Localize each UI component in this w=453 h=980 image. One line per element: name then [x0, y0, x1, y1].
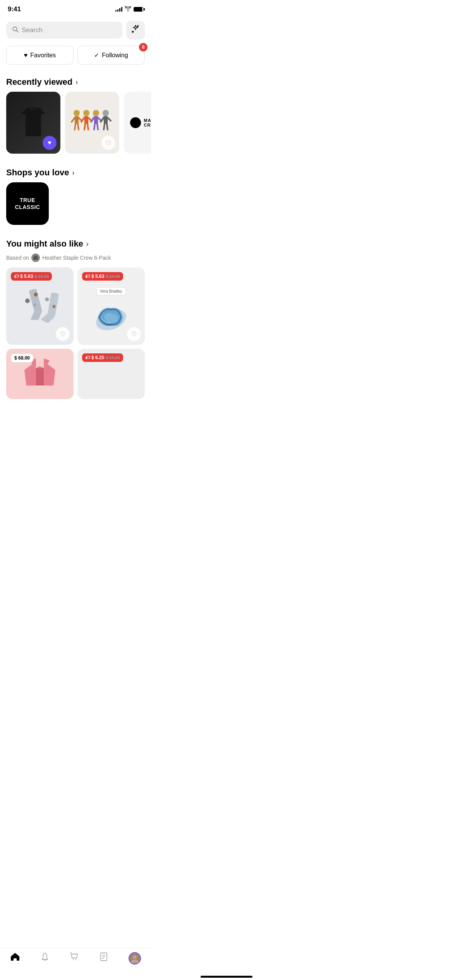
svg-rect-31 — [34, 255, 37, 257]
jacket-price-tag: $ 68.00 — [11, 353, 33, 363]
svg-line-4 — [72, 118, 75, 122]
rv-item-heman[interactable]: ♡ — [65, 92, 119, 154]
socks-image: 🏷 $ 5.63 $ 15.00 — [6, 267, 74, 345]
scrunchie-tag-icon: 🏷 — [85, 274, 90, 279]
svg-point-37 — [45, 297, 50, 302]
favorites-label: Favorites — [30, 52, 56, 59]
recently-viewed-chevron[interactable]: › — [76, 78, 78, 86]
search-bar[interactable]: Search — [6, 22, 122, 39]
svg-line-19 — [98, 118, 101, 121]
scrunchie-image: 🏷 $ 5.63 $ 15.00 Vera Bradley — [77, 267, 145, 345]
based-product-name: Heather Staple Crew 6-Pack — [42, 255, 111, 261]
item4-price: $ 6.25 — [91, 355, 104, 360]
ymal-title: You might also like — [6, 239, 83, 249]
search-placeholder: Search — [22, 26, 43, 34]
following-label: Following — [102, 52, 128, 59]
search-icon — [12, 26, 19, 34]
mattel-image: MATTELCREATIONS — [124, 92, 151, 154]
svg-rect-36 — [47, 292, 59, 317]
wifi-icon — [125, 6, 131, 12]
signal-icon — [115, 7, 122, 12]
status-bar: 9:41 — [0, 0, 151, 17]
product-jacket[interactable]: $ 68.00 — [6, 349, 74, 399]
following-button[interactable]: ✓ Following 8 — [77, 46, 145, 65]
rv-item-shirt[interactable]: ♥ — [6, 92, 60, 154]
svg-line-13 — [84, 124, 85, 130]
search-area: Search — [0, 17, 151, 43]
svg-line-1 — [17, 31, 19, 33]
recently-viewed-scroll[interactable]: ♥ — [0, 92, 151, 161]
status-icons — [115, 6, 143, 12]
svg-line-28 — [107, 124, 108, 130]
scrunchie-orig-price: $ 15.00 — [106, 274, 120, 279]
svg-point-2 — [74, 110, 80, 116]
shops-title: Shops you love — [6, 168, 69, 178]
recently-viewed-title: Recently viewed — [6, 77, 72, 87]
svg-line-7 — [78, 124, 79, 130]
rv-heart-heman[interactable]: ♡ — [101, 136, 115, 150]
svg-rect-30 — [33, 257, 38, 260]
svg-point-16 — [93, 110, 99, 116]
item4-tag-icon: 🏷 — [85, 355, 90, 360]
scrunchie-heart[interactable]: ♡ — [127, 327, 141, 341]
svg-line-14 — [88, 124, 88, 130]
socks-price: $ 5.63 — [20, 274, 33, 279]
product-grid: 🏷 $ 5.63 $ 15.00 — [0, 267, 151, 399]
svg-line-21 — [97, 124, 98, 130]
battery-icon — [134, 7, 143, 12]
rv-item-mattel[interactable]: MATTELCREATIONS — [124, 92, 151, 154]
shops-chevron[interactable]: › — [72, 169, 75, 177]
jacket-price: $ 68.00 — [14, 355, 30, 361]
svg-point-9 — [83, 110, 89, 116]
ymal-header: You might also like › — [0, 233, 151, 254]
product-scrunchie[interactable]: 🏷 $ 5.63 $ 15.00 Vera Bradley — [77, 267, 145, 345]
svg-rect-32 — [29, 288, 42, 313]
following-badge: 8 — [139, 43, 148, 51]
svg-line-26 — [108, 118, 111, 121]
socks-orig-price: $ 15.00 — [34, 274, 49, 279]
product-thumbnail — [31, 254, 40, 262]
shops-header: Shops you love › — [0, 161, 151, 182]
based-on-text: Based on — [6, 255, 29, 261]
check-icon: ✓ — [94, 51, 99, 59]
shop-true-classic[interactable]: TRUE CLASSIC — [6, 182, 49, 225]
shops-scroll: TRUE CLASSIC — [0, 182, 151, 233]
heart-icon: ♥ — [24, 52, 28, 59]
ai-search-button[interactable] — [126, 21, 145, 39]
product-item4[interactable]: 🏷 $ 6.25 $ 15.00 — [77, 349, 145, 399]
socks-price-tag: 🏷 $ 5.63 $ 15.00 — [11, 272, 52, 281]
scrunchie-price: $ 5.63 — [91, 274, 104, 279]
jacket-image: $ 68.00 — [6, 349, 74, 399]
svg-line-12 — [88, 118, 91, 121]
svg-line-27 — [104, 124, 105, 130]
item4-price-tag: 🏷 $ 6.25 $ 15.00 — [82, 353, 123, 362]
shop-name: TRUE CLASSIC — [6, 193, 49, 214]
svg-line-5 — [79, 118, 82, 121]
item4-image: 🏷 $ 6.25 $ 15.00 — [77, 349, 145, 399]
svg-line-6 — [75, 124, 76, 130]
ymal-chevron[interactable]: › — [86, 240, 89, 248]
favorites-button[interactable]: ♥ Favorites — [6, 46, 74, 65]
svg-point-23 — [103, 110, 109, 116]
svg-line-20 — [94, 124, 95, 130]
product-socks[interactable]: 🏷 $ 5.63 $ 15.00 — [6, 267, 74, 345]
scrunchie-price-tag: 🏷 $ 5.63 $ 15.00 — [82, 272, 123, 281]
sparkle-icon — [131, 24, 140, 36]
tag-icon: 🏷 — [14, 274, 19, 279]
filter-row: ♥ Favorites ✓ Following 8 — [0, 43, 151, 71]
socks-heart[interactable]: ♡ — [56, 327, 70, 341]
item4-orig-price: $ 15.00 — [106, 355, 120, 360]
status-time: 9:41 — [8, 5, 21, 13]
ymal-based-on: Based on Heather Staple Crew 6-Pack — [0, 254, 151, 267]
ymal-section: You might also like › Based on Heather S… — [0, 233, 151, 438]
recently-viewed-header: Recently viewed › — [0, 71, 151, 92]
rv-heart-shirt[interactable]: ♥ — [43, 136, 57, 150]
svg-point-33 — [25, 298, 31, 304]
